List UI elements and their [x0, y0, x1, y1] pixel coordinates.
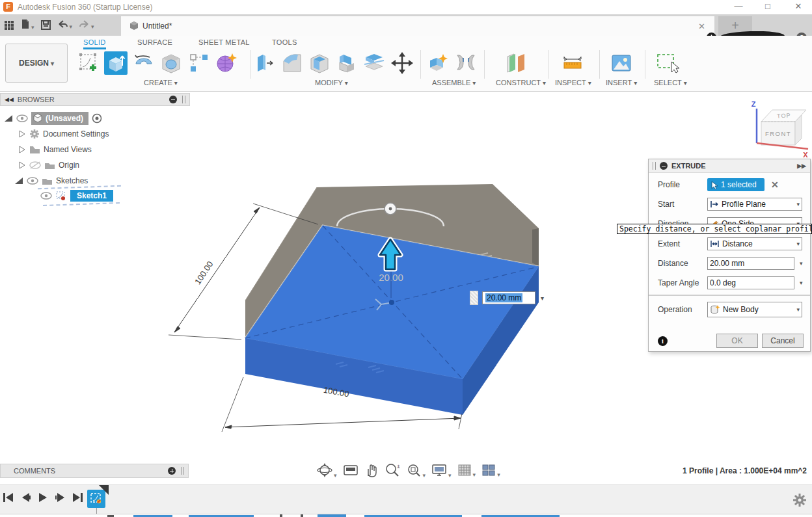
group-label-construct[interactable]: CONSTRUCT — [496, 79, 546, 86]
dialog-expand-icon[interactable]: ▶▶ — [797, 163, 806, 169]
split-body-icon[interactable] — [362, 51, 386, 75]
ok-button[interactable]: OK — [716, 334, 758, 348]
save-icon[interactable] — [41, 20, 51, 30]
viewcube-x-label: X — [803, 151, 808, 159]
comments-bar[interactable]: COMMENTS — [0, 464, 189, 478]
timeline-play-icon[interactable] — [38, 492, 48, 503]
distance-row: Distance 20.00 mm ▾ — [649, 256, 811, 271]
redo-icon[interactable] — [79, 20, 94, 31]
group-label-create[interactable]: CREATE — [144, 79, 178, 86]
document-tab[interactable]: Untitled* ✕ — [121, 16, 714, 36]
cancel-button[interactable]: Cancel — [762, 334, 804, 348]
undo-icon[interactable] — [57, 20, 73, 31]
document-tab-title: Untitled* — [142, 21, 172, 31]
taper-knob-center — [389, 207, 392, 211]
minimize-button[interactable]: — — [729, 0, 748, 13]
start-select[interactable]: Profile Plane ▾ — [707, 198, 802, 211]
grid-display-icon[interactable] — [457, 464, 476, 479]
extrude-dialog-header[interactable]: EXTRUDE ▶▶ — [649, 159, 810, 173]
timeline-skip-end-icon[interactable] — [72, 492, 83, 503]
group-label-assemble[interactable]: ASSEMBLE — [432, 79, 476, 86]
inline-distance-input[interactable]: 20.00 mm — [482, 291, 535, 304]
comments-title: COMMENTS — [14, 467, 55, 475]
operation-select[interactable]: New Body ▾ — [707, 302, 802, 317]
taper-row: Taper Angle 0.0 deg ▾ — [649, 276, 811, 290]
fusion-window: F Autodesk Fusion 360 (Startup License) … — [0, 0, 812, 517]
selection-status: 1 Profile | Area : 1.000E+04 mm^2 — [683, 466, 807, 475]
dialog-grip[interactable] — [653, 162, 656, 170]
title-bar: F Autodesk Fusion 360 (Startup License) … — [0, 0, 812, 14]
distance-dropdown-icon[interactable]: ▾ — [800, 260, 803, 267]
tab-tools[interactable]: TOOLS — [272, 38, 297, 46]
info-icon[interactable]: i — [658, 336, 668, 346]
timeline-skip-start-icon[interactable] — [3, 492, 14, 503]
comments-expand-icon[interactable] — [168, 467, 176, 475]
operation-label: Operation — [658, 305, 692, 314]
ribbon: DESIGN SOLID SURFACE SHEET METAL TOOLS C… — [0, 36, 812, 92]
file-menu-icon[interactable] — [21, 19, 34, 32]
insert-image-icon[interactable] — [610, 51, 633, 75]
sketch-center-point[interactable] — [389, 300, 394, 305]
display-settings-icon[interactable] — [431, 463, 452, 480]
tab-surface[interactable]: SURFACE — [137, 38, 172, 46]
timeline-settings-gear-icon[interactable] — [792, 493, 807, 507]
timeline-position-marker[interactable] — [99, 485, 109, 495]
fusion-logo-icon: F — [3, 2, 13, 12]
profile-label: Profile — [658, 180, 680, 189]
app-launcher-icon[interactable] — [4, 20, 14, 31]
zoom-icon[interactable]: ± — [385, 463, 400, 480]
dialog-minimize-icon[interactable] — [660, 162, 668, 170]
extrude-icon[interactable] — [104, 51, 128, 75]
viewports-icon[interactable] — [481, 464, 500, 479]
create-form-icon[interactable] — [215, 51, 238, 75]
look-at-icon[interactable] — [343, 464, 359, 479]
clear-selection-icon[interactable]: ✕ — [771, 179, 779, 190]
maximize-button[interactable]: □ — [758, 0, 778, 13]
measure-icon[interactable] — [561, 51, 584, 75]
rectangular-pattern-icon[interactable] — [187, 51, 211, 75]
press-pull-icon[interactable] — [253, 51, 277, 75]
taper-input[interactable]: 0.0 deg — [707, 276, 794, 289]
view-cube[interactable]: TOP FRONT Z X — [751, 100, 809, 159]
viewcube-front-label[interactable]: FRONT — [765, 130, 791, 137]
distance-input[interactable]: 20.00 mm — [707, 257, 794, 270]
select-icon[interactable] — [656, 51, 679, 75]
new-component-icon[interactable] — [426, 51, 450, 75]
hole-icon[interactable] — [159, 51, 183, 75]
profile-selected-pill[interactable]: 1 selected — [707, 178, 765, 191]
extent-label: Extent — [658, 239, 680, 248]
inline-distance-input-group[interactable]: 20.00 mm ▾ — [470, 291, 544, 305]
taper-dropdown-icon[interactable]: ▾ — [800, 280, 803, 286]
gray-body-right-face[interactable] — [532, 228, 539, 267]
create-sketch-icon[interactable] — [77, 51, 101, 75]
group-label-select[interactable]: SELECT — [654, 79, 687, 86]
close-tab-icon[interactable]: ✕ — [698, 21, 705, 31]
distance-extent-icon — [710, 240, 720, 248]
inline-input-dropdown-icon[interactable]: ▾ — [541, 295, 544, 302]
cursor-icon — [711, 181, 718, 189]
joint-icon[interactable] — [454, 51, 478, 75]
comments-grip[interactable] — [181, 467, 184, 475]
group-label-modify[interactable]: MODIFY — [315, 79, 348, 86]
combine-icon[interactable] — [335, 51, 359, 75]
move-copy-icon[interactable] — [390, 51, 414, 75]
tab-sheet-metal[interactable]: SHEET METAL — [198, 38, 250, 46]
shell-icon[interactable] — [308, 51, 331, 75]
taper-value: 0.0 deg — [710, 278, 736, 287]
timeline-step-forward-icon[interactable] — [55, 492, 65, 503]
construct-plane-icon[interactable] — [505, 51, 528, 75]
revolve-icon[interactable] — [132, 51, 156, 75]
fit-icon[interactable] — [406, 463, 426, 480]
group-label-insert[interactable]: INSERT — [606, 79, 637, 86]
close-window-button[interactable]: ✕ — [789, 0, 808, 13]
group-label-inspect[interactable]: INSPECT — [555, 79, 591, 86]
design-workspace-button[interactable]: DESIGN — [5, 44, 68, 83]
pan-icon[interactable] — [364, 463, 379, 480]
timeline-step-back-icon[interactable] — [21, 492, 31, 503]
orbit-icon[interactable] — [317, 463, 337, 480]
extent-select[interactable]: Distance ▾ — [707, 237, 802, 250]
viewcube-top-label[interactable]: TOP — [777, 112, 791, 119]
inline-input-grip[interactable] — [470, 291, 478, 305]
tab-solid[interactable]: SOLID — [83, 38, 106, 49]
fillet-icon[interactable] — [280, 51, 304, 75]
